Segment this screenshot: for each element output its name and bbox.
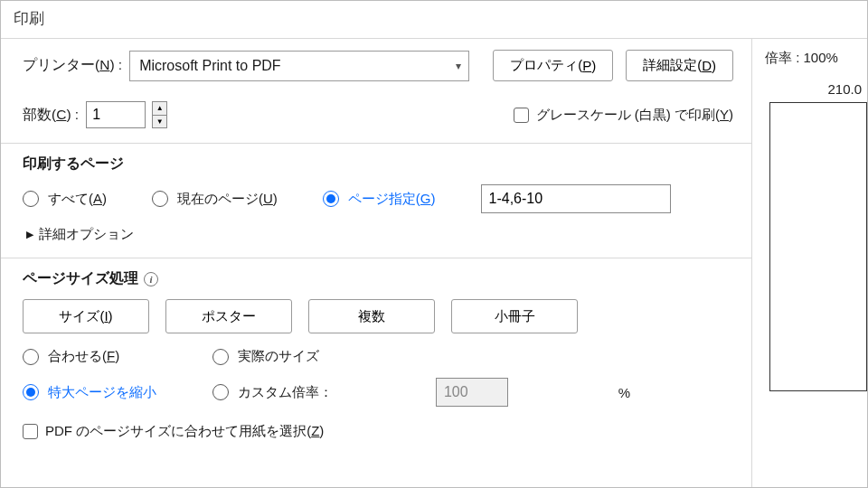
sizing-tab-poster[interactable]: ポスター <box>165 299 292 333</box>
sizing-radio-custom[interactable]: カスタム倍率： <box>212 384 436 401</box>
pages-section: 印刷するページ すべて(A) 現在のページ(U) ページ指定(G) <box>1 144 751 258</box>
sizing-section: ページサイズ処理 i サイズ(I) ポスター 複数 小冊子 合わせる(F) <box>1 258 751 456</box>
preview-width-label: 210.0 <box>765 81 867 97</box>
copies-spinner-up[interactable]: ▲ <box>152 101 167 115</box>
copies-spinner: ▲ ▼ <box>152 101 167 128</box>
info-icon[interactable]: i <box>144 272 158 286</box>
pages-radio-current[interactable]: 現在のページ(U) <box>152 191 278 208</box>
sizing-group-title: ページサイズ処理 i <box>23 269 733 288</box>
radio-icon <box>23 191 39 207</box>
radio-icon <box>152 191 168 207</box>
grayscale-checkbox[interactable]: グレースケール (白黒) で印刷(Y) <box>514 107 733 124</box>
advanced-settings-button[interactable]: 詳細設定(D) <box>626 50 733 81</box>
sizing-radio-fit[interactable]: 合わせる(F) <box>23 348 212 365</box>
properties-button[interactable]: プロパティ(P) <box>493 50 613 81</box>
sizing-tab-size[interactable]: サイズ(I) <box>23 299 149 333</box>
page-range-input[interactable] <box>481 184 671 213</box>
printer-label: プリンター(N) : <box>23 56 122 75</box>
radio-icon <box>212 349 229 365</box>
printer-select[interactable]: Microsoft Print to PDF ▾ <box>129 51 469 81</box>
choose-paper-label: PDF のページサイズに合わせて用紙を選択(Z) <box>45 423 324 440</box>
radio-icon <box>212 384 229 400</box>
preview-pane: 倍率 : 100% 210.0 <box>751 39 867 487</box>
choose-paper-checkbox[interactable]: PDF のページサイズに合わせて用紙を選択(Z) <box>23 423 324 440</box>
pages-radio-all[interactable]: すべて(A) <box>23 191 107 208</box>
preview-thumbnail <box>769 102 867 391</box>
pages-group-title: 印刷するページ <box>23 155 733 174</box>
custom-scale-unit: % <box>611 385 733 400</box>
sizing-radio-actual[interactable]: 実際のサイズ <box>212 348 733 365</box>
triangle-right-icon: ▶ <box>26 229 33 240</box>
printer-select-value: Microsoft Print to PDF <box>139 58 280 74</box>
print-dialog: 印刷 プリンター(N) : Microsoft Print to PDF ▾ プ… <box>0 0 868 488</box>
pages-radio-range[interactable]: ページ指定(G) <box>323 191 436 208</box>
radio-icon <box>23 384 39 400</box>
radio-icon <box>23 349 39 365</box>
checkbox-icon <box>23 424 38 439</box>
copies-spinner-down[interactable]: ▼ <box>152 115 167 128</box>
grayscale-label: グレースケール (白黒) で印刷(Y) <box>536 107 733 124</box>
window-title: 印刷 <box>1 1 867 39</box>
settings-pane: プリンター(N) : Microsoft Print to PDF ▾ プロパテ… <box>1 39 751 487</box>
checkbox-icon <box>514 108 529 123</box>
custom-scale-input <box>436 378 508 407</box>
sizing-tab-booklet[interactable]: 小冊子 <box>451 299 578 333</box>
copies-input[interactable] <box>86 101 146 128</box>
sizing-radio-shrink[interactable]: 特大ページを縮小 <box>23 384 212 401</box>
more-options-disclosure[interactable]: ▶ 詳細オプション <box>23 226 733 243</box>
sizing-tab-multiple[interactable]: 複数 <box>308 299 435 333</box>
preview-scale-label: 倍率 : 100% <box>765 50 867 67</box>
radio-icon <box>323 191 339 207</box>
chevron-down-icon: ▾ <box>456 60 461 72</box>
copies-label: 部数(C) : <box>23 106 79 125</box>
printer-section: プリンター(N) : Microsoft Print to PDF ▾ プロパテ… <box>1 39 751 144</box>
